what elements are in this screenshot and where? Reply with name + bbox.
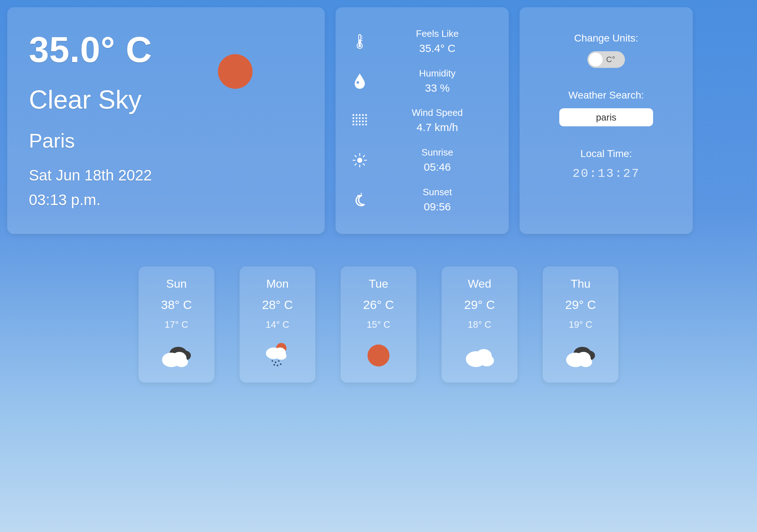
- forecast-low: 15° C: [367, 319, 390, 330]
- forecast-card: Wed 29° C 18° C: [442, 266, 517, 383]
- forecast-low: 18° C: [468, 319, 491, 330]
- thermometer-icon: [350, 34, 369, 49]
- forecast-low: 17° C: [165, 319, 188, 330]
- forecast-card: Tue 26° C 15° C: [341, 266, 416, 383]
- feels-like-value: 35.4° C: [380, 42, 494, 54]
- forecast-day: Sun: [166, 277, 187, 291]
- units-toggle-text: C°: [606, 55, 615, 64]
- units-label: Change Units:: [574, 32, 638, 44]
- current-weather-card: 35.0° C Clear Sky Paris Sat Jun 18th 202…: [7, 7, 325, 234]
- current-condition: Clear Sky: [29, 85, 303, 114]
- weather-details-card: Feels Like 35.4° C Humidity 33 % Wind Sp…: [336, 7, 509, 234]
- current-temperature: 35.0° C: [29, 29, 303, 70]
- local-time-label: Local Time:: [580, 148, 632, 160]
- humidity-label: Humidity: [380, 68, 494, 79]
- sunset-icon: [350, 192, 369, 208]
- forecast-high: 26° C: [363, 298, 394, 312]
- cloud-icon: [461, 341, 498, 370]
- forecast-high: 29° C: [464, 298, 495, 312]
- toggle-knob: [589, 53, 603, 66]
- wind-label: Wind Speed: [380, 107, 494, 118]
- sunset-row: Sunset 09:56: [350, 187, 494, 213]
- wind-row: Wind Speed 4.7 km/h: [350, 107, 494, 134]
- forecast-high: 29° C: [565, 298, 596, 312]
- humidity-row: Humidity 33 %: [350, 68, 494, 94]
- local-time-value: 20:13:27: [572, 167, 640, 180]
- forecast-low: 19° C: [569, 319, 592, 330]
- forecast-card: Sun 38° C 17° C: [139, 266, 214, 383]
- feels-like-label: Feels Like: [380, 28, 494, 39]
- humidity-value: 33 %: [380, 82, 494, 94]
- sunrise-value: 05:46: [380, 161, 494, 173]
- sun-icon: [360, 341, 397, 370]
- sunrise-label: Sunrise: [380, 147, 494, 158]
- feels-like-row: Feels Like 35.4° C: [350, 28, 494, 54]
- rain-sun-icon: [259, 341, 296, 370]
- sunrise-row: Sunrise 05:46: [350, 147, 494, 173]
- forecast-day: Wed: [468, 277, 491, 291]
- forecast-high: 28° C: [262, 298, 293, 312]
- search-label: Weather Search:: [568, 90, 644, 101]
- units-toggle[interactable]: C°: [587, 51, 625, 68]
- forecast-day: Tue: [369, 277, 388, 291]
- forecast-high: 38° C: [161, 298, 192, 312]
- cloud-dark-icon: [158, 341, 194, 370]
- droplet-icon: [350, 73, 369, 89]
- current-time: 03:13 p.m.: [29, 191, 303, 209]
- forecast-row: Sun 38° C 17° C Mon 28° C 14° C Tue 26° …: [7, 266, 750, 383]
- controls-card: Change Units: C° Weather Search: Local T…: [520, 7, 693, 234]
- search-input[interactable]: [559, 108, 653, 126]
- sunset-label: Sunset: [380, 187, 494, 198]
- sunrise-icon: [350, 152, 369, 168]
- wind-icon: [350, 113, 369, 128]
- forecast-card: Thu 29° C 19° C: [543, 266, 618, 383]
- current-date: Sat Jun 18th 2022: [29, 167, 303, 184]
- sun-icon: [218, 54, 253, 89]
- wind-value: 4.7 km/h: [380, 121, 494, 134]
- forecast-day: Mon: [266, 277, 289, 291]
- forecast-card: Mon 28° C 14° C: [240, 266, 315, 383]
- current-city: Paris: [29, 129, 303, 152]
- forecast-low: 14° C: [266, 319, 289, 330]
- forecast-day: Thu: [570, 277, 590, 291]
- sunset-value: 09:56: [380, 201, 494, 213]
- cloud-dark-icon: [563, 341, 599, 370]
